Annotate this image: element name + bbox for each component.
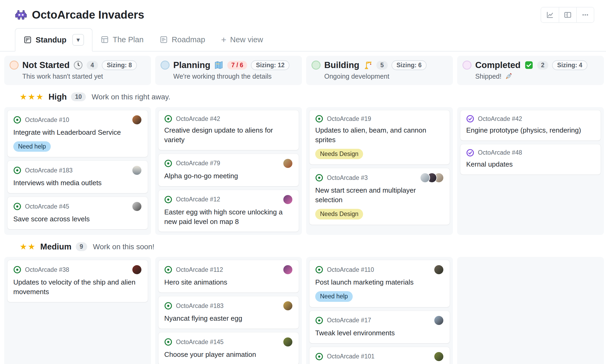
card-title: Hero site animations bbox=[164, 278, 293, 287]
tab-label: Standup bbox=[36, 36, 66, 44]
table-icon bbox=[100, 35, 109, 44]
card-octoarcade-183[interactable]: OctoArcade #183 Interviews with media ou… bbox=[7, 161, 148, 193]
column-count: 2 bbox=[537, 61, 549, 70]
card-title: Easter egg with high score unlocking a n… bbox=[164, 208, 293, 227]
card-octoarcade-10[interactable]: OctoArcade #10 Integrate with Leaderboar… bbox=[7, 110, 148, 157]
app-header: OctoArcade Invaders bbox=[0, 0, 606, 24]
group-row-medium[interactable]: ★★ Medium 9 Work on this soon! bbox=[4, 235, 602, 257]
assignee-avatar bbox=[132, 115, 142, 125]
issue-open-icon bbox=[315, 115, 323, 123]
label-needs-design: Needs Design bbox=[315, 149, 363, 159]
rocket-emoji-icon bbox=[505, 73, 512, 80]
card-octoarcade-101[interactable]: OctoArcade #101 Alien noise renders bbox=[309, 347, 450, 364]
insights-button[interactable] bbox=[541, 7, 559, 22]
card-octoarcade-110[interactable]: OctoArcade #110 Post launch marketing ma… bbox=[309, 260, 450, 307]
issue-open-icon bbox=[315, 316, 323, 324]
view-options-caret-button[interactable]: ▾ bbox=[72, 34, 84, 46]
column-headers-row: Not Started 4 Sizing: 8 This work hasn't… bbox=[4, 56, 602, 85]
column-sizing: Sizing: 12 bbox=[251, 60, 289, 70]
issue-open-icon bbox=[13, 202, 21, 210]
column-title: Building bbox=[324, 60, 359, 70]
tab-standup[interactable]: Standup ▾ bbox=[15, 28, 92, 52]
page-title: OctoArcade Invaders bbox=[32, 9, 144, 21]
group-title: High bbox=[48, 92, 67, 102]
tab-label: Roadmap bbox=[172, 35, 205, 44]
card-issue-id: OctoArcade #183 bbox=[176, 302, 279, 310]
card-octoarcade-3-building[interactable]: OctoArcade #3 New start screen and multi… bbox=[309, 168, 450, 225]
crane-emoji-icon bbox=[363, 60, 373, 70]
new-view-button[interactable]: + New view bbox=[213, 28, 271, 51]
card-title: Nyancat flying easter egg bbox=[164, 314, 293, 323]
card-octoarcade-19[interactable]: OctoArcade #19 Updates to alien, beam, a… bbox=[309, 110, 450, 164]
more-options-button[interactable] bbox=[576, 7, 594, 22]
lane-planning-high: OctoArcade #42 Creative design update to… bbox=[155, 107, 302, 235]
issue-open-icon bbox=[164, 338, 172, 346]
status-dot-not-started bbox=[10, 61, 19, 70]
card-title: Post launch marketing materials bbox=[315, 278, 444, 287]
column-count: 4 bbox=[87, 61, 98, 70]
plus-icon: + bbox=[221, 35, 226, 45]
card-title: Save score across levels bbox=[13, 214, 142, 224]
assignee-avatar bbox=[283, 265, 293, 275]
card-issue-id: OctoArcade #38 bbox=[25, 266, 128, 273]
assignee-avatar bbox=[132, 201, 142, 211]
issue-open-icon bbox=[315, 266, 323, 274]
card-octoarcade-48[interactable]: OctoArcade #48 Kernal updates bbox=[460, 144, 601, 175]
side-panel-button[interactable] bbox=[559, 7, 576, 22]
assignee-avatar bbox=[434, 352, 444, 362]
card-octoarcade-42-planning[interactable]: OctoArcade #42 Creative design update to… bbox=[158, 110, 299, 150]
card-issue-id: OctoArcade #19 bbox=[327, 115, 444, 122]
card-octoarcade-45[interactable]: OctoArcade #45 Save score across levels bbox=[7, 197, 148, 229]
medium-lanes: OctoArcade #38 Updates to velocity of th… bbox=[4, 257, 602, 364]
world-map-emoji-icon bbox=[214, 60, 224, 70]
stars-icon: ★★★ bbox=[20, 92, 44, 102]
column-count-over-limit: 7 / 6 bbox=[227, 61, 247, 70]
card-octoarcade-145[interactable]: OctoArcade #145 Choose your player anima… bbox=[158, 332, 299, 364]
issue-open-icon bbox=[164, 159, 172, 167]
card-issue-id: OctoArcade #45 bbox=[25, 203, 128, 210]
card-octoarcade-17[interactable]: OctoArcade #17 Tweak level environments bbox=[309, 311, 450, 343]
lane-not-started-medium: OctoArcade #38 Updates to velocity of th… bbox=[4, 257, 151, 364]
group-hint: Work on this right away. bbox=[92, 93, 170, 101]
issue-open-icon bbox=[13, 116, 21, 124]
new-view-label: New view bbox=[230, 35, 263, 44]
column-subtitle: This work hasn't started yet bbox=[22, 73, 146, 80]
card-octoarcade-42-completed[interactable]: OctoArcade #42 Engine prototype (physics… bbox=[460, 110, 601, 141]
column-header-completed: Completed 2 Sizing: 4 Shipped! bbox=[457, 56, 604, 85]
card-title: Tweak level environments bbox=[315, 328, 444, 338]
card-title: Engine prototype (physics, rendering) bbox=[466, 126, 595, 135]
check-mark-emoji-icon bbox=[524, 61, 533, 70]
status-dot-building bbox=[312, 61, 321, 70]
card-issue-id: OctoArcade #42 bbox=[478, 115, 595, 122]
roadmap-icon bbox=[159, 35, 168, 44]
status-dot-completed bbox=[462, 61, 472, 70]
project-board-icon bbox=[23, 36, 32, 44]
project-board: Not Started 4 Sizing: 8 This work hasn't… bbox=[0, 52, 606, 364]
card-octoarcade-38[interactable]: OctoArcade #38 Updates to velocity of th… bbox=[7, 260, 148, 302]
tab-roadmap[interactable]: Roadmap bbox=[152, 28, 213, 51]
group-row-high[interactable]: ★★★ High 10 Work on this right away. bbox=[4, 85, 602, 107]
view-tabbar: Standup ▾ The Plan Roadmap + New view bbox=[0, 28, 606, 52]
card-issue-id: OctoArcade #17 bbox=[327, 317, 430, 324]
issue-open-icon bbox=[315, 174, 323, 182]
tab-the-plan[interactable]: The Plan bbox=[92, 28, 152, 51]
assignee-avatar bbox=[132, 165, 142, 175]
assignee-avatar bbox=[283, 301, 293, 311]
card-title: Creative design update to aliens for var… bbox=[164, 126, 293, 145]
card-octoarcade-183-planning[interactable]: OctoArcade #183 Nyancat flying easter eg… bbox=[158, 296, 299, 329]
status-dot-planning bbox=[161, 61, 170, 70]
header-toolbar bbox=[541, 7, 594, 23]
card-issue-id: OctoArcade #110 bbox=[327, 266, 430, 273]
lane-completed-high: OctoArcade #42 Engine prototype (physics… bbox=[457, 107, 604, 235]
card-octoarcade-112[interactable]: OctoArcade #112 Hero site animations bbox=[158, 260, 299, 293]
card-octoarcade-79[interactable]: OctoArcade #79 Alpha go-no-go meeting bbox=[158, 154, 299, 186]
column-count: 5 bbox=[376, 61, 388, 70]
card-issue-id: OctoArcade #42 bbox=[176, 115, 293, 122]
project-title-row: OctoArcade Invaders bbox=[15, 9, 144, 21]
card-issue-id: OctoArcade #12 bbox=[176, 196, 279, 203]
card-title: Updates to alien, beam, and cannon sprit… bbox=[315, 126, 444, 145]
card-title: Choose your player animation bbox=[164, 350, 293, 359]
lane-building-high: OctoArcade #19 Updates to alien, beam, a… bbox=[306, 107, 453, 235]
card-octoarcade-12[interactable]: OctoArcade #12 Easter egg with high scor… bbox=[158, 190, 299, 232]
column-subtitle: Shipped! bbox=[475, 73, 599, 80]
